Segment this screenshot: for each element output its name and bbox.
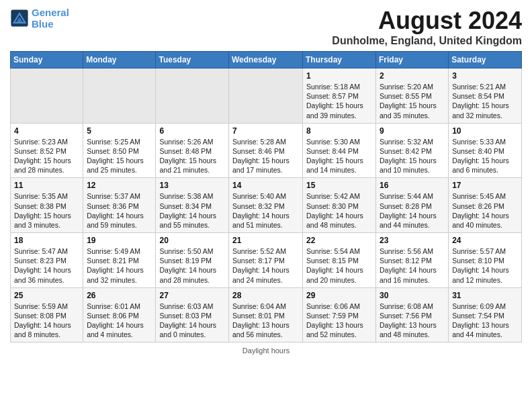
calendar-week-row: 25Sunrise: 5:59 AM Sunset: 8:08 PM Dayli… <box>11 287 522 342</box>
calendar-week-row: 11Sunrise: 5:35 AM Sunset: 8:38 PM Dayli… <box>11 178 522 233</box>
calendar-cell: 29Sunrise: 6:06 AM Sunset: 7:59 PM Dayli… <box>303 287 376 342</box>
day-number: 16 <box>380 181 445 190</box>
day-info: Sunrise: 5:32 AM Sunset: 8:42 PM Dayligh… <box>380 137 445 175</box>
calendar-cell: 2Sunrise: 5:20 AM Sunset: 8:55 PM Daylig… <box>376 68 449 124</box>
day-info: Sunrise: 6:06 AM Sunset: 7:59 PM Dayligh… <box>306 302 372 340</box>
calendar-cell: 9Sunrise: 5:32 AM Sunset: 8:42 PM Daylig… <box>376 123 449 178</box>
calendar-cell: 23Sunrise: 5:56 AM Sunset: 8:12 PM Dayli… <box>376 233 449 288</box>
calendar-cell: 24Sunrise: 5:57 AM Sunset: 8:10 PM Dayli… <box>449 233 522 288</box>
day-number: 3 <box>452 71 518 81</box>
day-info: Sunrise: 5:59 AM Sunset: 8:08 PM Dayligh… <box>14 302 79 340</box>
footer-note: Daylight hours <box>10 347 522 355</box>
day-info: Sunrise: 5:47 AM Sunset: 8:23 PM Dayligh… <box>14 246 79 285</box>
day-info: Sunrise: 6:03 AM Sunset: 8:03 PM Dayligh… <box>159 302 225 340</box>
day-info: Sunrise: 5:26 AM Sunset: 8:48 PM Dayligh… <box>159 137 225 175</box>
calendar-week-row: 1Sunrise: 5:18 AM Sunset: 8:57 PM Daylig… <box>11 68 522 124</box>
calendar-header-monday: Monday <box>83 52 156 68</box>
day-number: 29 <box>306 291 372 300</box>
day-number: 27 <box>159 291 225 300</box>
calendar-cell <box>83 68 156 124</box>
day-info: Sunrise: 5:57 AM Sunset: 8:10 PM Dayligh… <box>452 246 518 285</box>
calendar-cell: 6Sunrise: 5:26 AM Sunset: 8:48 PM Daylig… <box>156 123 229 178</box>
calendar-header-row: SundayMondayTuesdayWednesdayThursdayFrid… <box>11 52 522 68</box>
day-number: 10 <box>452 126 518 136</box>
day-info: Sunrise: 5:30 AM Sunset: 8:44 PM Dayligh… <box>306 137 372 175</box>
day-info: Sunrise: 5:52 AM Sunset: 8:17 PM Dayligh… <box>232 246 299 285</box>
calendar-cell: 7Sunrise: 5:28 AM Sunset: 8:46 PM Daylig… <box>229 123 303 178</box>
calendar-header-sunday: Sunday <box>11 52 83 68</box>
calendar-cell: 17Sunrise: 5:45 AM Sunset: 8:26 PM Dayli… <box>449 178 522 233</box>
calendar-cell: 25Sunrise: 5:59 AM Sunset: 8:08 PM Dayli… <box>11 287 83 342</box>
calendar-cell <box>11 68 83 124</box>
day-number: 26 <box>87 291 152 300</box>
title-block: August 2024 Dunholme, England, United Ki… <box>332 7 522 47</box>
day-info: Sunrise: 5:56 AM Sunset: 8:12 PM Dayligh… <box>380 246 445 285</box>
day-number: 8 <box>306 126 372 136</box>
calendar-cell: 4Sunrise: 5:23 AM Sunset: 8:52 PM Daylig… <box>11 123 83 178</box>
calendar-header-thursday: Thursday <box>303 52 376 68</box>
day-info: Sunrise: 5:38 AM Sunset: 8:34 PM Dayligh… <box>159 191 225 230</box>
calendar-cell: 14Sunrise: 5:40 AM Sunset: 8:32 PM Dayli… <box>229 178 303 233</box>
calendar-cell: 12Sunrise: 5:37 AM Sunset: 8:36 PM Dayli… <box>83 178 156 233</box>
calendar-cell: 27Sunrise: 6:03 AM Sunset: 8:03 PM Dayli… <box>156 287 229 342</box>
calendar-cell: 18Sunrise: 5:47 AM Sunset: 8:23 PM Dayli… <box>11 233 83 288</box>
calendar-cell: 3Sunrise: 5:21 AM Sunset: 8:54 PM Daylig… <box>449 68 522 124</box>
day-number: 30 <box>380 291 445 300</box>
calendar-cell: 13Sunrise: 5:38 AM Sunset: 8:34 PM Dayli… <box>156 178 229 233</box>
page-header: General Blue August 2024 Dunholme, Engla… <box>10 7 522 47</box>
day-info: Sunrise: 5:54 AM Sunset: 8:15 PM Dayligh… <box>306 246 372 285</box>
calendar-cell: 10Sunrise: 5:33 AM Sunset: 8:40 PM Dayli… <box>449 123 522 178</box>
logo-icon <box>10 9 29 28</box>
daylight-note: Daylight hours <box>242 347 290 355</box>
day-number: 5 <box>87 126 152 136</box>
day-number: 13 <box>159 181 225 190</box>
day-number: 12 <box>87 181 152 190</box>
day-info: Sunrise: 5:40 AM Sunset: 8:32 PM Dayligh… <box>232 191 299 230</box>
day-info: Sunrise: 5:45 AM Sunset: 8:26 PM Dayligh… <box>452 191 518 230</box>
calendar-cell: 8Sunrise: 5:30 AM Sunset: 8:44 PM Daylig… <box>303 123 376 178</box>
calendar-header-saturday: Saturday <box>449 52 522 68</box>
day-number: 9 <box>380 126 445 136</box>
day-number: 2 <box>380 71 445 81</box>
day-number: 28 <box>232 291 299 300</box>
day-number: 6 <box>159 126 225 136</box>
calendar-header-wednesday: Wednesday <box>229 52 303 68</box>
day-number: 11 <box>14 181 79 190</box>
day-info: Sunrise: 5:20 AM Sunset: 8:55 PM Dayligh… <box>380 82 445 120</box>
day-number: 17 <box>452 181 518 190</box>
day-number: 25 <box>14 291 79 300</box>
day-number: 7 <box>232 126 299 136</box>
day-info: Sunrise: 5:28 AM Sunset: 8:46 PM Dayligh… <box>232 137 299 175</box>
day-number: 15 <box>306 181 372 190</box>
calendar-cell: 16Sunrise: 5:44 AM Sunset: 8:28 PM Dayli… <box>376 178 449 233</box>
calendar-table: SundayMondayTuesdayWednesdayThursdayFrid… <box>10 51 522 342</box>
day-info: Sunrise: 5:42 AM Sunset: 8:30 PM Dayligh… <box>306 191 372 230</box>
calendar-cell: 22Sunrise: 5:54 AM Sunset: 8:15 PM Dayli… <box>303 233 376 288</box>
day-number: 18 <box>14 236 79 245</box>
calendar-cell <box>229 68 303 124</box>
day-number: 22 <box>306 236 372 245</box>
calendar-cell <box>156 68 229 124</box>
day-number: 14 <box>232 181 299 190</box>
calendar-week-row: 4Sunrise: 5:23 AM Sunset: 8:52 PM Daylig… <box>11 123 522 178</box>
day-info: Sunrise: 6:08 AM Sunset: 7:56 PM Dayligh… <box>380 302 445 340</box>
calendar-cell: 31Sunrise: 6:09 AM Sunset: 7:54 PM Dayli… <box>449 287 522 342</box>
day-number: 20 <box>159 236 225 245</box>
day-number: 19 <box>87 236 152 245</box>
calendar-cell: 21Sunrise: 5:52 AM Sunset: 8:17 PM Dayli… <box>229 233 303 288</box>
day-info: Sunrise: 5:23 AM Sunset: 8:52 PM Dayligh… <box>14 137 79 175</box>
day-info: Sunrise: 5:50 AM Sunset: 8:19 PM Dayligh… <box>159 246 225 285</box>
calendar-week-row: 18Sunrise: 5:47 AM Sunset: 8:23 PM Dayli… <box>11 233 522 288</box>
day-number: 23 <box>380 236 445 245</box>
calendar-header-friday: Friday <box>376 52 449 68</box>
day-info: Sunrise: 5:35 AM Sunset: 8:38 PM Dayligh… <box>14 191 79 230</box>
day-number: 24 <box>452 236 518 245</box>
day-info: Sunrise: 5:44 AM Sunset: 8:28 PM Dayligh… <box>380 191 445 230</box>
day-number: 1 <box>306 71 372 81</box>
calendar-cell: 28Sunrise: 6:04 AM Sunset: 8:01 PM Dayli… <box>229 287 303 342</box>
day-info: Sunrise: 6:09 AM Sunset: 7:54 PM Dayligh… <box>452 302 518 340</box>
calendar-cell: 20Sunrise: 5:50 AM Sunset: 8:19 PM Dayli… <box>156 233 229 288</box>
calendar-cell: 19Sunrise: 5:49 AM Sunset: 8:21 PM Dayli… <box>83 233 156 288</box>
day-info: Sunrise: 5:37 AM Sunset: 8:36 PM Dayligh… <box>87 191 152 230</box>
day-info: Sunrise: 5:25 AM Sunset: 8:50 PM Dayligh… <box>87 137 152 175</box>
